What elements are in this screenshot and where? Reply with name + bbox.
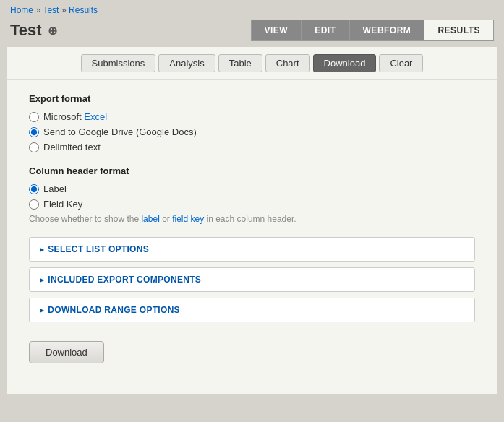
tab-submissions[interactable]: Submissions [81, 54, 156, 72]
tab-chart[interactable]: Chart [265, 54, 310, 72]
download-range-options-header[interactable]: ▸ DOWNLOAD RANGE OPTIONS [30, 298, 474, 322]
page-title: Test [10, 21, 42, 40]
breadcrumb: Home » Test » Results [10, 4, 494, 15]
download-range-options-section: ▸ DOWNLOAD RANGE OPTIONS [29, 298, 475, 322]
export-excel-radio[interactable] [29, 112, 39, 122]
nav-results-button[interactable]: RESULTS [424, 20, 494, 41]
export-excel-label: Microsoft Excel [43, 111, 107, 122]
column-header-title: Column header format [29, 165, 475, 176]
nav-webform-button[interactable]: WEBFORM [349, 20, 424, 41]
download-button[interactable]: Download [29, 341, 104, 363]
tab-bar: Submissions Analysis Table Chart Downloa… [7, 47, 497, 80]
download-range-arrow-icon: ▸ [40, 306, 44, 315]
tab-analysis[interactable]: Analysis [158, 54, 215, 72]
excel-link[interactable]: Excel [84, 111, 107, 122]
export-gdrive-option: Send to Google Drive (Google Docs) [29, 126, 475, 137]
export-gdrive-radio[interactable] [29, 127, 39, 137]
header-fieldkey-radio[interactable] [29, 199, 39, 210]
column-header-hint: Choose whether to show the label or fiel… [29, 214, 475, 224]
header-fieldkey-label: Field Key [43, 199, 82, 210]
main-content: Export format Microsoft Excel Send to Go… [7, 80, 497, 376]
nav-edit-button[interactable]: EDIT [301, 20, 349, 41]
export-delimited-radio[interactable] [29, 142, 39, 152]
top-navigation: VIEW EDIT WEBFORM RESULTS [251, 20, 494, 41]
field-key-link[interactable]: field key [172, 214, 204, 224]
export-delimited-option: Delimited text [29, 142, 475, 152]
tab-clear[interactable]: Clear [379, 54, 423, 72]
select-list-arrow-icon: ▸ [40, 245, 44, 254]
header-label-radio[interactable] [29, 184, 39, 194]
included-export-components-header[interactable]: ▸ INCLUDED EXPORT COMPONENTS [30, 268, 474, 291]
included-export-components-section: ▸ INCLUDED EXPORT COMPONENTS [29, 267, 475, 292]
label-link[interactable]: label [141, 214, 159, 224]
export-format-title: Export format [29, 93, 475, 104]
download-range-options-label: DOWNLOAD RANGE OPTIONS [48, 305, 180, 315]
tab-table[interactable]: Table [218, 54, 262, 72]
export-delimited-label: Delimited text [43, 142, 101, 152]
nav-view-button[interactable]: VIEW [251, 20, 302, 41]
header-fieldkey-option: Field Key [29, 199, 475, 210]
breadcrumb-results[interactable]: Results [69, 5, 98, 15]
export-gdrive-label: Send to Google Drive (Google Docs) [43, 126, 197, 137]
content-area: Submissions Analysis Table Chart Downloa… [7, 47, 497, 394]
add-icon[interactable]: ⊕ [48, 24, 57, 38]
export-excel-option: Microsoft Excel [29, 111, 475, 122]
breadcrumb-home[interactable]: Home [10, 5, 33, 15]
breadcrumb-bar: Home » Test » Results Test ⊕ VIEW EDIT W… [0, 0, 504, 47]
included-export-arrow-icon: ▸ [40, 275, 44, 285]
select-list-options-header[interactable]: ▸ SELECT LIST OPTIONS [30, 238, 474, 261]
select-list-options-section: ▸ SELECT LIST OPTIONS [29, 237, 475, 262]
select-list-options-label: SELECT LIST OPTIONS [48, 244, 149, 254]
tab-download[interactable]: Download [313, 54, 377, 72]
included-export-components-label: INCLUDED EXPORT COMPONENTS [48, 275, 201, 285]
breadcrumb-test[interactable]: Test [43, 5, 59, 15]
header-label-option: Label [29, 184, 475, 194]
header-label-label: Label [43, 184, 67, 194]
collapsible-sections: ▸ SELECT LIST OPTIONS ▸ INCLUDED EXPORT … [29, 237, 475, 322]
